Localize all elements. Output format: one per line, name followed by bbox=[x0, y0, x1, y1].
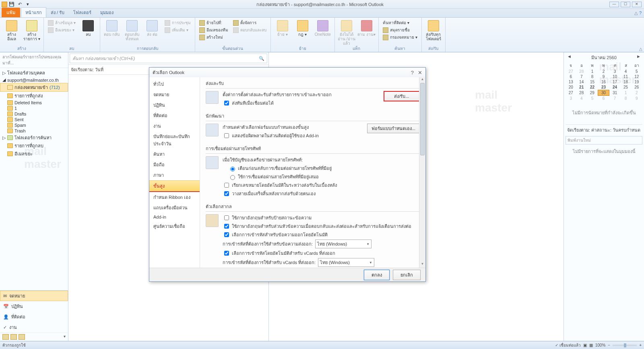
zoom-in-icon[interactable]: + bbox=[639, 343, 642, 347]
folder-drafts[interactable]: Drafts bbox=[0, 111, 68, 117]
close-button[interactable]: ✕ bbox=[632, 2, 642, 7]
chk-auto-encode-vcard[interactable]: เลือกการเข้ารหัสโดยอัตโนมัติสำหรับ vCard… bbox=[223, 250, 420, 257]
unread-button[interactable]: ยังไม่ได้อ่าน /อ่านแล้ว bbox=[337, 19, 356, 45]
scroll-thumb[interactable] bbox=[420, 83, 425, 155]
nav-addin[interactable]: Add-in bbox=[149, 213, 200, 221]
view-normal-icon[interactable]: ▣ bbox=[583, 343, 587, 347]
qat-dropdown-icon[interactable]: ▾ bbox=[24, 1, 31, 8]
qat-undo-icon[interactable]: ↶ bbox=[16, 1, 23, 8]
quickstep-new[interactable]: สร้างใหม่ bbox=[198, 34, 230, 41]
rules-button[interactable]: กฎ ▾ bbox=[293, 19, 312, 37]
minimize-button[interactable]: — bbox=[609, 2, 619, 7]
search-icon[interactable]: 🔍 bbox=[259, 56, 264, 61]
expand-icon[interactable]: ▷ bbox=[2, 135, 6, 140]
nav-configure-icon[interactable]: ▾ bbox=[64, 334, 66, 340]
nav-notes-icon[interactable] bbox=[2, 334, 9, 340]
ribbon-collapse-icon[interactable]: △ bbox=[639, 47, 642, 51]
radio-use-existing[interactable]: ใช้การเชื่อมต่อผ่านสายโทรศัพท์ที่มีอยู่เ… bbox=[223, 173, 420, 180]
tab-sendreceive[interactable]: ส่ง / รับ bbox=[46, 7, 69, 17]
search-input[interactable]: ค้นหา กล่องจดหมายเข้า (Ctrl+E) 🔍 bbox=[70, 54, 267, 63]
nav-qat[interactable]: แถบเครื่องมือด่วน bbox=[149, 202, 200, 213]
new-task-input[interactable]: พิมพ์งานใหม่ bbox=[566, 136, 642, 145]
send-receive-button[interactable]: ส่ง/รับ... bbox=[384, 91, 420, 101]
view-reading-icon[interactable]: ▦ bbox=[589, 343, 593, 347]
dialog-scrollbar[interactable]: ▲ ▼ bbox=[419, 77, 425, 268]
expand-icon[interactable]: ◢ bbox=[2, 77, 6, 83]
ignore-button[interactable]: ล้างข้อมูล ▾ bbox=[46, 19, 77, 26]
scroll-up-icon[interactable]: ▲ bbox=[419, 77, 425, 83]
followup-button[interactable]: ตาม งาน▾ bbox=[357, 19, 376, 37]
nav-trust[interactable]: ศูนย์ความเชื่อถือ bbox=[149, 221, 200, 231]
maximize-button[interactable]: ☐ bbox=[621, 2, 630, 7]
next-month-icon[interactable]: ► bbox=[636, 54, 641, 61]
nav-calendar[interactable]: 📅ปฏิทิน bbox=[0, 301, 68, 312]
tree-root-account[interactable]: ◢ support@mailmaster.co.th bbox=[0, 77, 68, 83]
nav-folders-icon[interactable] bbox=[10, 334, 17, 340]
radio-warn-before-switch[interactable]: เตือนก่อนสลับการเชื่อมต่อผ่านสายโทรศัพท์… bbox=[223, 165, 420, 172]
dialog-close-icon[interactable]: ✕ bbox=[418, 70, 422, 76]
nav-contacts[interactable]: ที่ติดต่อ bbox=[149, 110, 200, 121]
combo-outgoing-encoding[interactable]: ไทย (Windows)▼ bbox=[315, 240, 372, 248]
forward-button[interactable]: ส่ง ต่อ bbox=[143, 19, 161, 37]
qat-save-icon[interactable]: 💾 bbox=[8, 1, 15, 8]
tab-view[interactable]: มุมมอง bbox=[96, 7, 118, 17]
chk-auto-encode-out[interactable]: เลือกการเข้ารหัสสำหรับข้อความออกโดยอัตโน… bbox=[223, 231, 420, 238]
nav-search[interactable]: ค้นหา bbox=[149, 149, 200, 159]
dialog-help-icon[interactable]: ? bbox=[411, 70, 414, 76]
quickstep-team[interactable]: อีเมลของทีม bbox=[198, 27, 230, 33]
combo-vcard-encoding[interactable]: ไทย (Windows)▼ bbox=[318, 258, 374, 267]
reply-all-button[interactable]: ตอบกลับ ทั้งหมด bbox=[123, 19, 141, 41]
chk-english-flags[interactable]: ใช้ภาษาอังกฤษสำหรับป้ายสถานะข้อความ bbox=[223, 214, 420, 221]
sendreceive-all-button[interactable]: ส่ง/รับทุก โฟลเดอร์ bbox=[424, 19, 443, 41]
nav-advanced[interactable]: ขั้นสูง bbox=[149, 180, 200, 192]
reply-button[interactable]: ตอบ กลับ bbox=[103, 19, 121, 37]
ok-button[interactable]: ตกลง bbox=[364, 270, 390, 280]
mini-calendar[interactable]: จอพพศสอา 272812345 6789101112 1314151617… bbox=[566, 62, 642, 101]
delete-button[interactable]: ลบ bbox=[79, 19, 97, 37]
tab-home[interactable]: หน้าแรก bbox=[21, 7, 46, 17]
folder-searchfolders[interactable]: ▷ โฟลเดอร์การค้นหา bbox=[0, 134, 68, 142]
move-button[interactable]: ย้าย ▾ bbox=[273, 19, 292, 37]
nav-general[interactable]: ทั่วไป bbox=[149, 79, 200, 89]
folder-deleted-items[interactable]: Deleted Items bbox=[0, 100, 68, 105]
expand-icon[interactable]: ▷ bbox=[2, 70, 6, 76]
task-header[interactable]: จัดเรียงตาม: ค่าสถานะ: วันครบกำหนด bbox=[566, 124, 642, 135]
custom-forms-button[interactable]: ฟอร์มแบบกำหนดเอง... bbox=[367, 124, 420, 133]
nav-shortcuts-icon[interactable] bbox=[19, 334, 25, 340]
nav-tasks[interactable]: งาน bbox=[149, 121, 200, 131]
minimize-ribbon-icon[interactable]: △ bbox=[634, 10, 638, 16]
filter-mail[interactable]: กรองจดหมาย ▾ bbox=[381, 34, 419, 41]
tab-folder[interactable]: โฟลเดอร์ bbox=[69, 7, 96, 17]
nav-calendar[interactable]: ปฏิทิน bbox=[149, 100, 200, 110]
folder-junk-th[interactable]: อีเมลขยะ bbox=[0, 150, 68, 158]
quickstep-manage[interactable]: ตั้งจัดการ bbox=[231, 19, 268, 26]
zoom-slider[interactable] bbox=[613, 345, 637, 346]
onenote-button[interactable]: OneNote bbox=[314, 19, 332, 37]
folder-deleted-th[interactable]: รายการที่ถูกลบ bbox=[0, 142, 68, 150]
find-contact[interactable]: ค้นหาที่ติดต่อ ▾ bbox=[381, 19, 419, 26]
prev-month-icon[interactable]: ◄ bbox=[567, 54, 572, 61]
cancel-button[interactable]: ยกเลิก bbox=[393, 270, 421, 280]
new-email-button[interactable]: สร้าง อีเมล bbox=[2, 19, 21, 41]
folder-sent-th[interactable]: รายการที่ถูกส่ง bbox=[0, 92, 68, 100]
quickstep-moveto[interactable]: ย้ายไปที่: bbox=[198, 19, 230, 26]
folder-sent[interactable]: Sent bbox=[0, 117, 68, 122]
nav-ribbon[interactable]: กำหนด Ribbon เอง bbox=[149, 192, 200, 202]
address-book[interactable]: สมุดรายชื่อ bbox=[381, 27, 419, 33]
folder-trash[interactable]: Trash bbox=[0, 128, 68, 134]
nav-notes[interactable]: บันทึกย่อและบันทึกประจำวัน bbox=[149, 131, 200, 149]
junk-button[interactable]: อีเมลขยะ ▾ bbox=[46, 27, 77, 33]
folder-1[interactable]: 1 bbox=[0, 105, 68, 111]
nav-mobile[interactable]: มือถือ bbox=[149, 159, 200, 170]
meeting-button[interactable]: การประชุม bbox=[163, 19, 192, 26]
chk-send-immediately[interactable]: ส่งทันทีเมื่อเชื่อมต่อได้ bbox=[223, 99, 380, 107]
nav-tasks[interactable]: ✓งาน bbox=[0, 322, 68, 332]
scroll-down-icon[interactable]: ▼ bbox=[419, 262, 425, 268]
help-icon[interactable]: ? bbox=[639, 10, 642, 16]
chk-hangup-after-manual[interactable]: วางสายเมื่อเสร็จสิ้นหลังจากส่ง/รับด้วยตน… bbox=[223, 190, 420, 197]
chk-autodial-background[interactable]: เรียกเลขหมายโดยอัตโนมัติในระหว่างส่ง/รับ… bbox=[223, 182, 420, 189]
tab-file[interactable]: แฟ้ม bbox=[2, 8, 20, 17]
folder-inbox[interactable]: กล่องจดหมายเข้า (712) bbox=[0, 83, 68, 92]
zoom-out-icon[interactable]: − bbox=[608, 343, 610, 347]
favorites-hint[interactable]: ลากโฟลเดอร์รายการโปรดของคุณมาที่... bbox=[0, 52, 68, 68]
